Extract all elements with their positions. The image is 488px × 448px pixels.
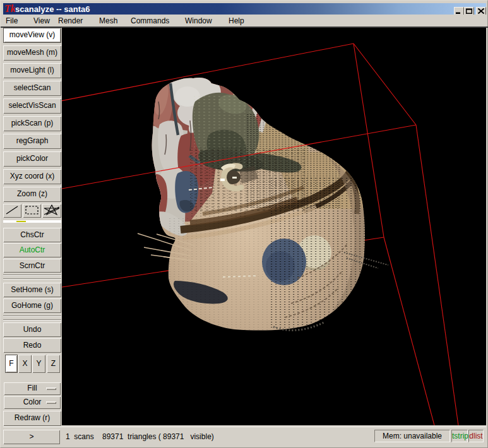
svg-text:Tk: Tk bbox=[4, 3, 15, 14]
